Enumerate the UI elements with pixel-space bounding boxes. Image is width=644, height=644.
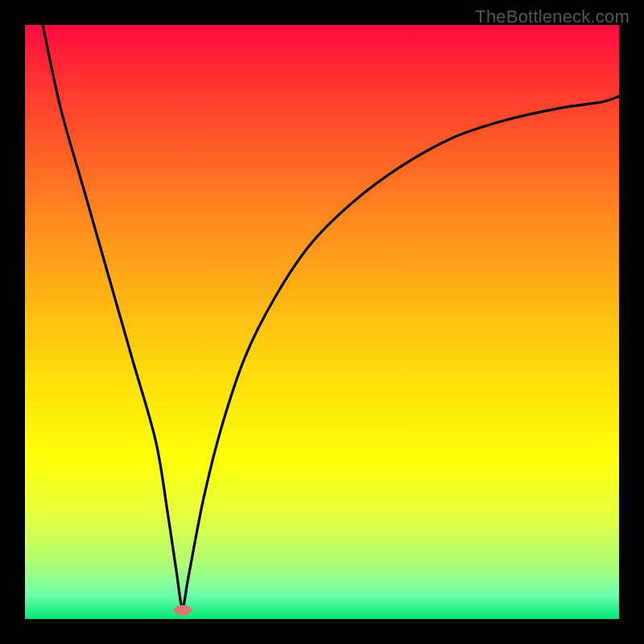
bottleneck-curve-path — [43, 25, 619, 607]
optimal-point-marker — [174, 605, 192, 615]
chart-plot-area — [25, 25, 619, 619]
chart-curve-svg — [25, 25, 619, 619]
watermark-text: TheBottleneck.com — [475, 6, 630, 27]
